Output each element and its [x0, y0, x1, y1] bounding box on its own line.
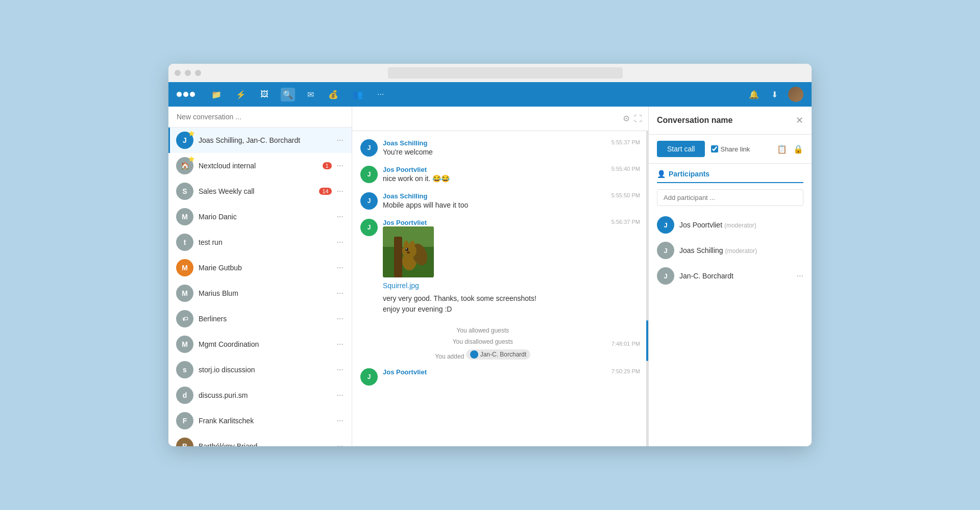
filter-icon[interactable]: ⚙ [623, 114, 630, 123]
copy-link-icon[interactable]: 📋 [777, 144, 787, 154]
sidebar-item-name-9: Mgmt Coordination [199, 340, 330, 348]
sidebar-item-name-10: storj.io discussion [199, 366, 330, 374]
more-button-10[interactable]: ··· [335, 364, 346, 375]
logo-circle-2 [183, 92, 188, 97]
more-button-7[interactable]: ··· [335, 288, 346, 299]
sidebar-item-actions-7: ··· [335, 288, 346, 299]
share-link-checkbox[interactable] [711, 145, 718, 152]
sidebar-item-5[interactable]: t test run ··· [168, 230, 352, 255]
sidebar-item-8[interactable]: 🏷 Berliners ··· [168, 306, 352, 332]
sidebar-item-name-8: Berliners [199, 315, 330, 323]
sidebar-item-info-3: Sales Weekly call [199, 187, 314, 195]
sidebar-item-11[interactable]: d discuss.puri.sm ··· [168, 382, 352, 408]
msg-header-5: Jos Poortvliet 7:50:29 PM [383, 368, 640, 376]
more-button-12[interactable]: ··· [335, 415, 346, 426]
sidebar-item-actions-2: 1 ··· [323, 160, 346, 171]
sidebar-item-7[interactable]: M Marius Blum ··· [168, 280, 352, 306]
sidebar-item-1[interactable]: ⭐ J Joas Schilling, Jan-C. Borchardt ··· [168, 128, 352, 153]
add-participant-input[interactable] [657, 189, 803, 206]
message-3: J Joas Schilling 5:55:50 PM Mobile apps … [360, 192, 640, 211]
msg-time-1: 5:55:37 PM [611, 139, 640, 147]
sidebar-item-10[interactable]: s storj.io discussion ··· [168, 357, 352, 382]
participant-role-2: (moderator) [725, 247, 757, 254]
conversation-name-title: Conversation name [657, 116, 732, 125]
more-button-13[interactable]: ··· [335, 441, 346, 446]
unread-badge-2: 1 [323, 162, 332, 169]
sidebar-item-actions-5: ··· [335, 237, 346, 248]
close-panel-button[interactable]: ✕ [796, 115, 803, 126]
more-icon[interactable]: ··· [375, 88, 386, 101]
sidebar-item-actions-1: ··· [335, 135, 346, 146]
scroll-indicator [646, 131, 648, 446]
sidebar-avatar-5: t [176, 234, 193, 251]
more-button-5[interactable]: ··· [335, 237, 346, 248]
msg-content-2: Jos Poortvliet 5:55:40 PM nice work on i… [383, 166, 640, 184]
sidebar-item-name-4: Mario Danic [199, 213, 330, 221]
money-icon[interactable]: 💰 [326, 88, 340, 101]
sidebar-item-9[interactable]: M Mgmt Coordination ··· [168, 332, 352, 357]
msg-content-1: Joas Schilling 5:55:37 PM You're welcome [383, 139, 640, 158]
svg-point-9 [406, 248, 407, 249]
msg-avatar-2: J [360, 166, 378, 183]
sidebar-header [168, 107, 352, 128]
msg-text-1: You're welcome [383, 147, 640, 158]
squirrel-image[interactable] [383, 226, 434, 277]
system-messages-left: You allowed guests You disallowed guests… [360, 323, 605, 364]
nextcloud-logo [177, 92, 195, 97]
expand-icon[interactable]: ⛶ [634, 114, 642, 123]
sidebar-item-name-7: Marius Blum [199, 289, 330, 297]
more-button-3[interactable]: ··· [335, 186, 346, 197]
more-button-2[interactable]: ··· [335, 160, 346, 171]
more-button-9[interactable]: ··· [335, 339, 346, 350]
msg-text-4b: enjoy your evening :D [383, 304, 640, 315]
participant-item-2: J Joas Schilling (moderator) [657, 238, 803, 263]
sidebar-avatar-7: M [176, 285, 193, 302]
sidebar-item-4[interactable]: M Mario Danic ··· [168, 204, 352, 230]
sidebar-item-2[interactable]: ⭐ 🏠 Nextcloud internal 1 ··· [168, 153, 352, 178]
nav-bar: 📁 ⚡ 🖼 🔍 ✉ 💰 👥 ··· 🔔 ⬇ [168, 82, 812, 107]
nav-right: 🔔 ⬇ [747, 87, 803, 102]
star-badge-2: ⭐ [188, 156, 194, 162]
participant-more-button-3[interactable]: ··· [797, 271, 803, 280]
address-bar[interactable] [388, 67, 623, 79]
system-message-2: You disallowed guests [360, 338, 605, 345]
new-conversation-input[interactable] [177, 113, 344, 121]
sidebar-item-6[interactable]: M Marie Gutbub ··· [168, 255, 352, 280]
bell-icon[interactable]: 🔔 [747, 88, 761, 101]
more-button-11[interactable]: ··· [335, 390, 346, 401]
msg-header-1: Joas Schilling 5:55:37 PM [383, 139, 640, 147]
avatar-image [788, 87, 803, 102]
msg-sender-1: Joas Schilling [383, 139, 427, 147]
sidebar-item-13[interactable]: B Barthélémy Briand ··· [168, 434, 352, 446]
sidebar-item-info-4: Mario Danic [199, 213, 330, 221]
system-time: 7:48:01 PM [611, 341, 640, 347]
participants-tab[interactable]: 👤 Participants [657, 170, 803, 183]
sidebar-list: ⭐ J Joas Schilling, Jan-C. Borchardt ···… [168, 128, 352, 446]
system-message-1: You allowed guests [360, 327, 605, 334]
contacts-icon[interactable]: 👥 [351, 88, 365, 101]
sidebar-item-info-2: Nextcloud internal [199, 162, 317, 170]
more-button-1[interactable]: ··· [335, 135, 346, 146]
files-icon[interactable]: 📁 [209, 88, 224, 101]
photos-icon[interactable]: 🖼 [258, 88, 271, 101]
mail-icon[interactable]: ✉ [305, 88, 316, 101]
user-avatar[interactable] [788, 87, 803, 102]
added-user-avatar [470, 350, 478, 359]
start-call-button[interactable]: Start call [657, 141, 705, 157]
sidebar-item-3[interactable]: S Sales Weekly call 14 ··· [168, 178, 352, 204]
more-button-6[interactable]: ··· [335, 262, 346, 273]
activity-icon[interactable]: ⚡ [234, 88, 248, 101]
search-icon[interactable]: 🔍 [281, 88, 295, 101]
chat-area: ⚙ ⛶ J Joas Schilling 5:55:37 PM You're w… [352, 107, 648, 446]
more-button-8[interactable]: ··· [335, 313, 346, 324]
msg-avatar-5: J [360, 368, 378, 386]
right-panel: Conversation name ✕ Start call Share lin… [648, 107, 812, 446]
sidebar-item-12[interactable]: F Frank Karlitschek ··· [168, 408, 352, 434]
message-2: J Jos Poortvliet 5:55:40 PM nice work on… [360, 166, 640, 184]
sidebar-avatar-13: B [176, 438, 193, 446]
lock-icon[interactable]: 🔒 [793, 144, 803, 154]
sidebar-item-actions-3: 14 ··· [319, 186, 346, 197]
sidebar-item-name-6: Marie Gutbub [199, 264, 330, 272]
more-button-4[interactable]: ··· [335, 211, 346, 222]
download-icon[interactable]: ⬇ [769, 88, 780, 101]
